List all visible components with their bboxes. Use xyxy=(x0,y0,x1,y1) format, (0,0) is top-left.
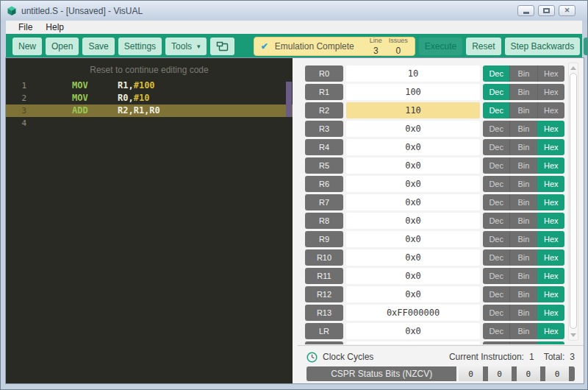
hex-toggle[interactable]: Hex xyxy=(537,323,564,339)
register-name-button[interactable]: R0 xyxy=(305,65,343,82)
register-name-button[interactable]: R4 xyxy=(305,139,343,155)
code-line[interactable]: 1MOVR1,#100 xyxy=(6,79,293,92)
register-name-button[interactable]: R8 xyxy=(305,213,343,229)
dec-toggle[interactable]: Dec xyxy=(483,121,509,137)
register-value-field[interactable]: 0x0 xyxy=(346,323,480,339)
code-line[interactable]: 4 xyxy=(6,117,293,130)
hex-toggle[interactable]: Hex xyxy=(537,194,564,210)
hex-toggle[interactable]: Hex xyxy=(537,213,564,229)
hex-toggle[interactable]: Hex xyxy=(537,157,564,174)
register-name-button[interactable]: LR xyxy=(305,323,343,339)
dec-toggle[interactable]: Dec xyxy=(483,157,509,174)
register-value-field[interactable]: 0x0 xyxy=(346,194,480,210)
bin-toggle[interactable]: Bin xyxy=(509,249,537,266)
code-editor[interactable]: Reset to continue editing code 1MOVR1,#1… xyxy=(6,58,293,383)
scroll-down-icon[interactable] xyxy=(570,333,576,337)
dec-toggle[interactable]: Dec xyxy=(483,102,509,118)
register-value-field[interactable]: 100 xyxy=(346,84,480,100)
register-value-field[interactable]: 0x0 xyxy=(346,176,480,192)
register-scrollbar[interactable] xyxy=(568,63,578,341)
scroll-up-icon[interactable] xyxy=(570,66,576,70)
register-value-field[interactable]: 0x0 xyxy=(346,249,480,266)
code-line[interactable]: 2MOVR0,#10 xyxy=(6,92,293,104)
menu-help[interactable]: Help xyxy=(39,21,71,33)
layout-window-button[interactable] xyxy=(210,38,234,55)
register-value-field[interactable]: 10 xyxy=(346,65,480,82)
settings-button[interactable]: Settings xyxy=(118,38,162,55)
register-name-button[interactable]: R11 xyxy=(305,268,343,284)
minimize-button[interactable] xyxy=(517,5,534,16)
dec-toggle[interactable]: Dec xyxy=(483,341,509,344)
bin-toggle[interactable]: Bin xyxy=(509,268,537,284)
bin-toggle[interactable]: Bin xyxy=(509,121,537,137)
register-name-button[interactable]: R3 xyxy=(305,121,343,137)
code-line[interactable]: 3ADDR2,R1,R0 xyxy=(6,104,293,117)
register-name-button[interactable]: R10 xyxy=(305,249,343,266)
reset-button[interactable]: Reset xyxy=(466,38,501,55)
hex-toggle[interactable]: Hex xyxy=(537,268,564,284)
register-name-button[interactable] xyxy=(305,341,343,344)
bin-toggle[interactable]: Bin xyxy=(509,157,537,174)
hex-toggle[interactable]: Hex xyxy=(537,231,564,247)
bin-toggle[interactable]: Bin xyxy=(509,65,537,82)
dec-toggle[interactable]: Dec xyxy=(483,139,509,155)
register-name-button[interactable]: R9 xyxy=(305,231,343,247)
hex-toggle[interactable]: Hex xyxy=(537,176,564,192)
dec-toggle[interactable]: Dec xyxy=(483,194,509,210)
bin-toggle[interactable]: Bin xyxy=(509,231,537,247)
hex-toggle[interactable]: Hex xyxy=(537,102,564,118)
step-backwards-button[interactable]: Step Backwards xyxy=(505,38,581,55)
close-button[interactable]: ✕ xyxy=(559,5,576,16)
save-button[interactable]: Save xyxy=(82,38,114,55)
dec-toggle[interactable]: Dec xyxy=(483,323,509,339)
bin-toggle[interactable]: Bin xyxy=(509,176,537,192)
dec-toggle[interactable]: Dec xyxy=(483,84,509,100)
bin-toggle[interactable]: Bin xyxy=(509,102,537,118)
register-value-field[interactable]: 110 xyxy=(346,102,480,118)
hex-toggle[interactable]: Hex xyxy=(537,286,564,302)
register-value-field[interactable]: 0x0 xyxy=(346,286,480,302)
register-name-button[interactable]: R13 xyxy=(305,305,343,321)
register-value-field[interactable]: 0x0 xyxy=(346,157,480,174)
dec-toggle[interactable]: Dec xyxy=(483,286,509,302)
register-name-button[interactable]: R7 xyxy=(305,194,343,210)
hex-toggle[interactable]: Hex xyxy=(537,249,564,266)
menu-file[interactable]: File xyxy=(12,21,39,33)
register-name-button[interactable]: R1 xyxy=(305,84,343,100)
scrollbar-thumb[interactable] xyxy=(570,73,577,329)
step-forwards-button[interactable]: Step Forwards xyxy=(584,38,588,55)
hex-toggle[interactable]: Hex xyxy=(537,305,564,321)
hex-toggle[interactable]: Hex xyxy=(537,121,564,137)
open-button[interactable]: Open xyxy=(46,38,79,55)
register-name-button[interactable]: R2 xyxy=(305,102,343,118)
maximize-button[interactable] xyxy=(538,5,555,16)
dec-toggle[interactable]: Dec xyxy=(483,65,509,82)
register-value-field[interactable] xyxy=(346,341,480,344)
bin-toggle[interactable]: Bin xyxy=(509,305,537,321)
hex-toggle[interactable]: Hex xyxy=(537,84,564,100)
register-value-field[interactable]: 0x0 xyxy=(346,121,480,137)
tools-button[interactable]: Tools ▾ xyxy=(165,38,207,55)
bin-toggle[interactable]: Bin xyxy=(509,139,537,155)
dec-toggle[interactable]: Dec xyxy=(483,231,509,247)
dec-toggle[interactable]: Dec xyxy=(483,268,509,284)
register-value-field[interactable]: 0x0 xyxy=(346,213,480,229)
bin-toggle[interactable]: Bin xyxy=(509,286,537,302)
dec-toggle[interactable]: Dec xyxy=(483,305,509,321)
register-name-button[interactable]: R5 xyxy=(305,157,343,174)
dec-toggle[interactable]: Dec xyxy=(483,213,509,229)
hex-toggle[interactable]: Hex xyxy=(537,139,564,155)
bin-toggle[interactable]: Bin xyxy=(509,213,537,229)
dec-toggle[interactable]: Dec xyxy=(483,176,509,192)
bin-toggle[interactable]: Bin xyxy=(509,194,537,210)
new-button[interactable]: New xyxy=(12,38,42,55)
register-value-field[interactable]: 0x0 xyxy=(346,139,480,155)
register-name-button[interactable]: R6 xyxy=(305,176,343,192)
bin-toggle[interactable]: Bin xyxy=(509,84,537,100)
execute-button[interactable]: Execute xyxy=(419,38,462,55)
dec-toggle[interactable]: Dec xyxy=(483,249,509,266)
register-name-button[interactable]: R12 xyxy=(305,286,343,302)
register-value-field[interactable]: 0xFF000000 xyxy=(346,305,480,321)
register-value-field[interactable]: 0x0 xyxy=(346,268,480,284)
bin-toggle[interactable]: Bin xyxy=(509,341,537,344)
